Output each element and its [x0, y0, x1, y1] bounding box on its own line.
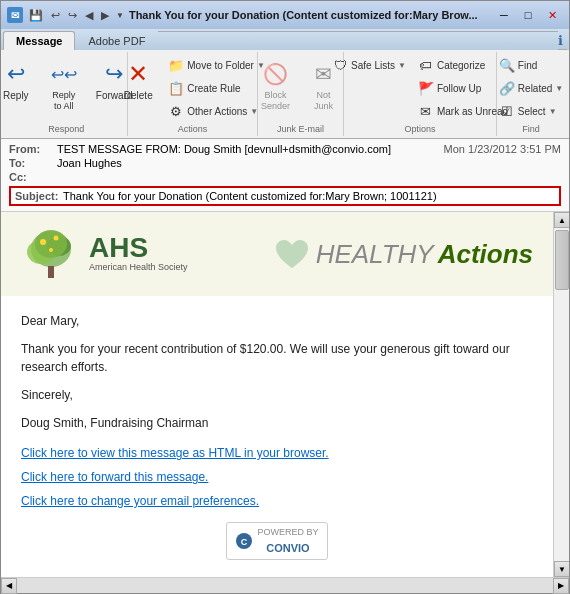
subject-row: Subject: Thank You for your Donation (Co… [9, 186, 561, 206]
closing: Sincerely, [21, 386, 533, 404]
mark-unread-icon: ✉ [418, 103, 434, 119]
svg-point-7 [49, 248, 53, 252]
junk-label: Junk E-mail [277, 124, 324, 134]
reply-all-button[interactable]: ↩↩ Replyto All [41, 54, 87, 116]
cc-label: Cc: [9, 171, 57, 183]
quick-prev-icon[interactable]: ◀ [83, 9, 95, 22]
block-sender-button[interactable]: 🚫 BlockSender [253, 54, 297, 116]
from-row: From: TEST MESSAGE FROM: Doug Smith [dev… [9, 142, 561, 156]
tagline-bold: Actions [438, 239, 533, 270]
org-full: American Health Society [89, 262, 188, 274]
body-paragraph: Thank you for your recent contribution o… [21, 340, 533, 376]
quick-undo-icon[interactable]: ↩ [49, 9, 62, 22]
svg-text:C: C [241, 537, 248, 547]
find-col: 🔍 Find 🔗 Related ▼ ☑ Select ▼ [494, 54, 568, 122]
folder-icon: 📁 [168, 57, 184, 73]
ahs-logo: AHS American Health Society [21, 224, 188, 284]
delete-button[interactable]: ✕ Delete [115, 54, 161, 105]
related-button[interactable]: 🔗 Related ▼ [494, 77, 568, 99]
email-prefs-link[interactable]: Click here to change your email preferen… [21, 492, 533, 510]
email-scroll[interactable]: AHS American Health Society HEALTHYActio… [1, 212, 553, 577]
select-arrow: ▼ [549, 107, 557, 116]
ribbon-group-find: 🔍 Find 🔗 Related ▼ ☑ Select ▼ [497, 52, 565, 136]
related-arrow: ▼ [555, 84, 563, 93]
actions-label: Actions [178, 124, 208, 134]
ribbon-group-respond: ↩ Reply ↩↩ Replyto All ↪ Forward Respond [5, 52, 128, 136]
hscroll-right-button[interactable]: ▶ [553, 578, 569, 594]
email-body-container: AHS American Health Society HEALTHYActio… [1, 212, 569, 577]
tagline-light: HEALTHY [316, 239, 434, 270]
to-label: To: [9, 157, 57, 169]
tab-adobe-pdf[interactable]: Adobe PDF [75, 31, 158, 50]
not-junk-button[interactable]: ✉ Not Junk [300, 54, 348, 116]
forward-link[interactable]: Click here to forward this message. [21, 468, 533, 486]
junk-buttons: 🚫 BlockSender ✉ Not Junk [253, 54, 347, 122]
signature: Doug Smith, Fundraising Chairman [21, 414, 533, 432]
follow-up-icon: 🚩 [418, 80, 434, 96]
email-banner: AHS American Health Society HEALTHYActio… [1, 212, 553, 296]
horizontal-scrollbar[interactable]: ◀ ▶ [1, 577, 569, 593]
heart-icon [272, 234, 312, 274]
ribbon-help-icon[interactable]: ℹ [558, 33, 563, 48]
window-controls: ─ □ ✕ [493, 6, 563, 24]
quick-next-icon[interactable]: ▶ [99, 9, 111, 22]
ribbon-group-actions: ✕ Delete 📁 Move to Folder ▼ 📋 Create Rul… [128, 52, 257, 136]
svg-point-5 [40, 239, 46, 245]
find-buttons: 🔍 Find 🔗 Related ▼ ☑ Select ▼ [494, 54, 568, 122]
maximize-button[interactable]: □ [517, 6, 539, 24]
reply-icon: ↩ [0, 58, 32, 90]
brand-text: CONVIO [257, 540, 318, 557]
view-html-link[interactable]: Click here to view this message as HTML … [21, 444, 533, 462]
not-junk-icon: ✉ [308, 58, 340, 90]
ribbon-content: ↩ Reply ↩↩ Replyto All ↪ Forward Respond [1, 50, 569, 138]
actions-buttons: ✕ Delete 📁 Move to Folder ▼ 📋 Create Rul… [115, 54, 270, 122]
ribbon: Message Adobe PDF ℹ ↩ Reply ↩↩ Replyto A… [1, 29, 569, 139]
select-button[interactable]: ☑ Select ▼ [494, 100, 568, 122]
ribbon-tabs: Message Adobe PDF ℹ [1, 29, 569, 50]
from-value: TEST MESSAGE FROM: Doug Smith [devnull+d… [57, 143, 444, 155]
delete-icon: ✕ [122, 58, 154, 90]
cc-value [57, 171, 561, 183]
respond-label: Respond [48, 124, 84, 134]
to-value: Joan Hughes [57, 157, 561, 169]
tree-icon [21, 224, 81, 284]
minimize-button[interactable]: ─ [493, 6, 515, 24]
scroll-thumb[interactable] [555, 230, 569, 290]
quick-dropdown-icon[interactable]: ▼ [115, 11, 125, 20]
ribbon-group-junk: 🚫 BlockSender ✉ Not Junk Junk E-mail [258, 52, 344, 136]
reply-button[interactable]: ↩ Reply [0, 54, 39, 105]
close-button[interactable]: ✕ [541, 6, 563, 24]
find-button[interactable]: 🔍 Find [494, 54, 568, 76]
vertical-scrollbar[interactable]: ▲ ▼ [553, 212, 569, 577]
scroll-up-button[interactable]: ▲ [554, 212, 569, 228]
window-title: Thank You for your Donation (Content cus… [129, 9, 489, 21]
powered-by-text: POWERED BY [257, 526, 318, 540]
convio-logo: C POWERED BY CONVIO [21, 518, 533, 564]
quick-save-icon[interactable]: 💾 [27, 9, 45, 22]
scroll-down-button[interactable]: ▼ [554, 561, 569, 577]
related-icon: 🔗 [499, 80, 515, 96]
ahs-text: AHS American Health Society [89, 234, 188, 274]
rule-icon: 📋 [168, 80, 184, 96]
reply-all-icon: ↩↩ [48, 58, 80, 90]
app-icon: ✉ [7, 7, 23, 23]
hscroll-left-button[interactable]: ◀ [1, 578, 17, 594]
categorize-icon: 🏷 [418, 57, 434, 73]
convio-logo-icon: C [235, 532, 253, 550]
subject-value: Thank You for your Donation (Content cus… [63, 190, 555, 202]
hscroll-track[interactable] [17, 578, 553, 593]
sent-value: Mon 1/23/2012 3:51 PM [444, 143, 561, 155]
cc-row: Cc: [9, 170, 561, 184]
tab-message[interactable]: Message [3, 31, 75, 50]
svg-point-4 [35, 230, 67, 258]
find-label: Find [522, 124, 540, 134]
email-header: From: TEST MESSAGE FROM: Doug Smith [dev… [1, 139, 569, 212]
options-label: Options [405, 124, 436, 134]
ribbon-group-options: 🛡 Safe Lists ▼ 🏷 Categorize 🚩 Follow Up [344, 52, 497, 136]
quick-redo-icon[interactable]: ↪ [66, 9, 79, 22]
links-section: Click here to view this message as HTML … [21, 444, 533, 510]
tagline: HEALTHYActions [272, 234, 533, 274]
subject-label: Subject: [15, 190, 63, 202]
email-content: Dear Mary, Thank you for your recent con… [1, 304, 553, 576]
org-abbr: AHS [89, 234, 188, 262]
